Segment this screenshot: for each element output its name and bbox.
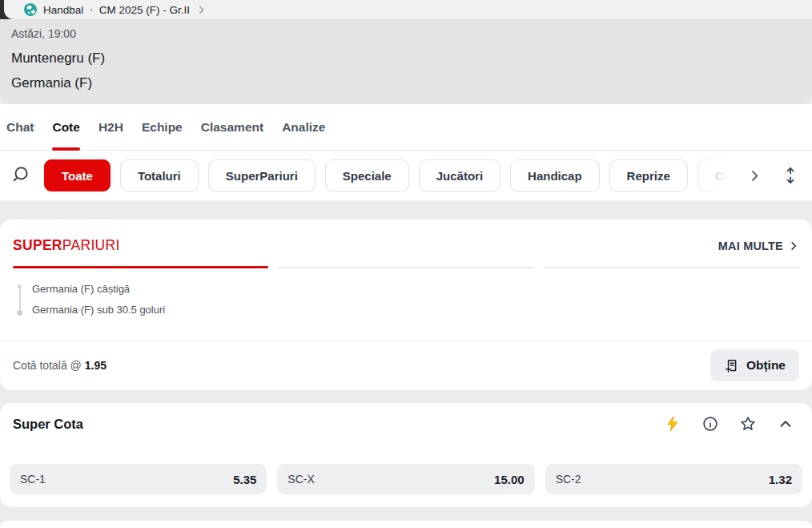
next-market-card-edge (0, 521, 812, 528)
flash-icon (664, 415, 681, 433)
filter-bar-controls (684, 151, 812, 200)
breadcrumb-competition: CM 2025 (F) - Gr.II (99, 4, 190, 16)
favorite-button[interactable] (739, 415, 757, 433)
superbet-leg-2: Germania (F) sub 30.5 goluri (32, 300, 165, 320)
odd-value: 1.32 (769, 473, 792, 486)
breadcrumb[interactable]: Handbal • CM 2025 (F) - Gr.II (4, 0, 812, 19)
scroll-chips-right-button[interactable] (748, 169, 762, 183)
odds-row: SC-1 5.35 SC-X 15.00 SC-2 1.32 (0, 464, 812, 494)
odd-label: SC-1 (20, 473, 46, 486)
odd-value: 5.35 (233, 473, 256, 486)
globe-icon (24, 3, 37, 16)
breadcrumb-sport: Handbal (43, 4, 83, 16)
match-tab-bar: Chat Cote H2H Echipe Clasament Analize (0, 104, 812, 151)
chevron-up-icon (777, 415, 794, 433)
odd-label: SC-X (287, 473, 314, 486)
section-gap (0, 390, 812, 403)
tab-analize[interactable]: Analize (282, 104, 325, 150)
home-team-name: Muntenegru (F) (11, 46, 801, 71)
breadcrumb-separator: • (90, 6, 93, 14)
filter-chip-handicap[interactable]: Handicap (510, 159, 600, 191)
superbets-title: SUPERPARIURI (13, 237, 120, 254)
match-time: Astăzi, 19:00 (11, 27, 801, 40)
expand-collapse-all-button[interactable] (782, 166, 798, 185)
search-button[interactable] (10, 164, 32, 187)
tab-echipe[interactable]: Echipe (142, 104, 183, 150)
more-superbets-button[interactable]: MAI MULTE (718, 240, 799, 252)
tab-cote[interactable]: Cote (52, 104, 79, 150)
superbets-card: SUPERPARIURI MAI MULTE Germania (F) câșt… (0, 220, 812, 390)
info-button[interactable] (701, 415, 719, 433)
info-icon (701, 415, 719, 433)
tab-clasament[interactable]: Clasament (201, 104, 263, 150)
superbets-title-secondary: PARIURI (62, 237, 120, 253)
superbet-legs[interactable]: Germania (F) câștigă Germania (F) sub 30… (0, 268, 812, 320)
chevron-right-icon (788, 240, 799, 252)
filter-chip-toate[interactable]: Toate (44, 159, 111, 191)
filter-chip-totaluri[interactable]: Totaluri (120, 159, 199, 191)
super-cota-header: Super Cota (0, 403, 812, 433)
star-icon (739, 415, 757, 433)
chevron-right-icon (196, 5, 207, 15)
match-odds-page: Handbal • CM 2025 (F) - Gr.II Astăzi, 19… (0, 0, 812, 528)
odd-button-sc2[interactable]: SC-2 1.32 (545, 464, 802, 494)
filter-chip-jucatori[interactable]: Jucători (419, 159, 500, 191)
filter-chip-superpariuri[interactable]: SuperPariuri (208, 159, 316, 191)
parlay-connector-icon (16, 279, 23, 320)
odd-button-sc1[interactable]: SC-1 5.35 (10, 464, 267, 494)
betslip-add-icon (724, 358, 739, 373)
breadcrumb-row: Handbal • CM 2025 (F) - Gr.II (0, 0, 812, 19)
superbet-leg-1: Germania (F) câștigă (32, 279, 165, 300)
filter-chip-speciale[interactable]: Speciale (325, 159, 409, 191)
odd-button-scx[interactable]: SC-X 15.00 (277, 464, 534, 494)
search-icon (10, 164, 31, 185)
market-group-actions (664, 415, 799, 433)
section-gap (0, 200, 812, 220)
total-odds-value: 1.95 (85, 359, 107, 372)
get-bet-button[interactable]: Obține (710, 349, 799, 381)
odd-value: 15.00 (494, 473, 525, 486)
collapse-button[interactable] (777, 415, 794, 433)
total-odds-label: Cotă totală @ (13, 359, 82, 372)
super-cota-card: Super Cota (0, 403, 812, 507)
superbet-leg-list: Germania (F) câștigă Germania (F) sub 30… (32, 279, 165, 320)
tab-h2h[interactable]: H2H (98, 104, 123, 150)
sort-updown-icon (782, 166, 798, 185)
superbets-footer: Cotă totală @ 1.95 Obține (0, 341, 812, 390)
market-group-title: Super Cota (13, 417, 83, 432)
superbets-header: SUPERPARIURI MAI MULTE (0, 220, 812, 266)
tab-chat[interactable]: Chat (6, 104, 34, 150)
superbets-title-primary: SUPER (13, 237, 62, 253)
away-team-name: Germania (F) (11, 71, 801, 95)
market-filter-bar: Toate Totaluri SuperPariuri Speciale Juc… (0, 151, 812, 200)
total-odds-text: Cotă totală @ 1.95 (13, 359, 107, 372)
boost-button[interactable] (664, 415, 681, 433)
match-header: Astăzi, 19:00 Muntenegru (F) Germania (F… (0, 19, 812, 104)
chevron-right-icon (748, 169, 762, 183)
get-bet-label: Obține (746, 358, 786, 373)
section-gap (0, 507, 812, 521)
more-superbets-label: MAI MULTE (718, 240, 783, 252)
odd-label: SC-2 (556, 473, 581, 486)
filter-chip-reprize[interactable]: Reprize (609, 159, 688, 191)
